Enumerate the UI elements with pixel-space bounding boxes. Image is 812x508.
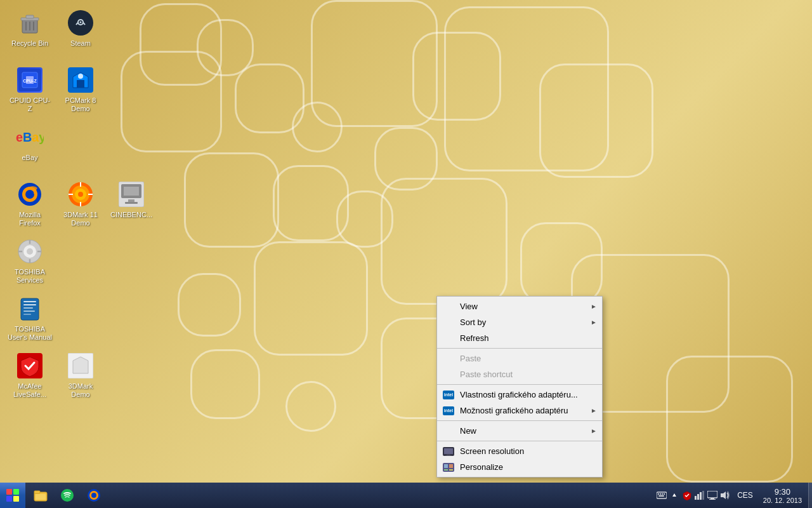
svg-rect-71	[702, 491, 704, 500]
taskbar-firefox[interactable]	[81, 483, 107, 507]
svg-rect-2	[26, 15, 34, 18]
svg-rect-51	[449, 464, 453, 468]
svg-rect-46	[444, 448, 453, 454]
svg-rect-64	[662, 493, 663, 495]
taskbar-clock[interactable]: 9:30 20. 12. 2013	[757, 483, 808, 508]
taskbar-spotify[interactable]	[55, 483, 80, 507]
context-menu-intel-props[interactable]: intel Vlastnosti grafického adaptéru...	[437, 387, 602, 403]
context-menu-paste-label: Paste	[460, 354, 481, 363]
firefox-label: Mozilla Firefox	[8, 211, 52, 227]
firefox-icon	[16, 180, 44, 208]
tray-network-icon[interactable]	[694, 483, 705, 508]
context-menu-sort-label: Sort by	[460, 318, 486, 327]
desktop-icon-3dmark-demo[interactable]: 3DMark Demo	[56, 348, 105, 403]
svg-rect-66	[658, 495, 664, 497]
spotify-icon	[60, 488, 74, 502]
personalize-icon	[442, 461, 455, 474]
pcmark8-label: PCMark 8 Demo	[58, 97, 103, 113]
context-menu-view[interactable]: View ►	[437, 298, 602, 314]
desktop-icon-toshiba-manual[interactable]: TOSHIBA User's Manual	[5, 291, 55, 345]
bg-decoration	[285, 381, 336, 432]
desktop-icons-container: Recycle Bin Steam	[0, 0, 190, 464]
svg-rect-31	[124, 187, 139, 196]
mcafee-label: McAfee LiveSafe...	[8, 382, 52, 399]
svg-rect-56	[36, 494, 46, 500]
steam-icon	[67, 9, 95, 37]
context-menu-intel-opts-label: Možnosti grafického adaptéru	[460, 406, 568, 415]
desktop-icon-3dmark11[interactable]: 3DMark 11 Demo	[56, 177, 105, 231]
language-indicator[interactable]: CES	[733, 483, 757, 508]
desktop: Recycle Bin Steam	[0, 0, 812, 508]
desktop-icon-cpuid[interactable]: CPU-Z CPUID CPU-Z	[5, 62, 55, 117]
taskbar-pinned-icons	[28, 483, 107, 508]
tray-keyboard-icon[interactable]	[656, 483, 667, 508]
windows-logo-icon	[6, 489, 19, 502]
recycle-bin-label: Recycle Bin	[11, 39, 48, 48]
file-explorer-icon	[34, 488, 48, 502]
svg-rect-52	[444, 469, 448, 471]
context-menu-personalize[interactable]: Personalize	[437, 459, 602, 475]
desktop-icon-pcmark8[interactable]: PCMark 8 Demo	[56, 62, 105, 117]
start-button[interactable]	[0, 483, 25, 508]
desktop-icon-ebay[interactable]: eBay eBay	[5, 119, 55, 166]
toshiba-services-icon	[16, 237, 44, 265]
svg-point-20	[25, 190, 34, 199]
svg-point-9	[80, 22, 82, 23]
context-menu-refresh[interactable]: Refresh	[437, 330, 602, 346]
context-menu-screen-res-label: Screen resolution	[460, 446, 524, 456]
svg-rect-69	[697, 494, 699, 500]
svg-rect-65	[664, 493, 665, 495]
desktop-icon-cinebench[interactable]: CINEBENC...	[107, 177, 156, 223]
desktop-icon-mcafee[interactable]: McAfee LiveSafe...	[5, 348, 55, 403]
svg-rect-62	[658, 493, 659, 495]
tray-expand-icon[interactable]	[669, 483, 680, 508]
svg-rect-50	[444, 464, 448, 468]
tray-volume-icon[interactable]	[719, 483, 731, 508]
context-menu-intel-opts[interactable]: intel Možnosti grafického adaptéru ►	[437, 403, 602, 418]
context-menu-sort-by[interactable]: Sort by ►	[437, 314, 602, 330]
taskbar-file-explorer[interactable]	[28, 483, 53, 507]
desktop-icon-recycle-bin[interactable]: Recycle Bin	[5, 5, 55, 51]
desktop-icon-steam[interactable]: Steam	[56, 5, 105, 51]
tray-display-icon[interactable]	[707, 483, 718, 508]
svg-rect-41	[23, 311, 35, 312]
desktop-icon-firefox[interactable]: Mozilla Firefox	[5, 177, 55, 231]
svg-rect-70	[700, 492, 702, 500]
svg-rect-42	[23, 314, 31, 315]
context-separator-2	[437, 384, 602, 385]
context-menu-new-label: New	[460, 426, 476, 436]
context-menu-personalize-label: Personalize	[460, 462, 503, 472]
svg-rect-73	[710, 498, 714, 499]
svg-marker-67	[672, 493, 676, 497]
clock-time: 9:30	[775, 487, 790, 497]
context-menu-paste-shortcut[interactable]: Paste shortcut	[437, 366, 602, 382]
svg-rect-72	[707, 491, 717, 498]
context-menu-screen-resolution[interactable]: Screen resolution	[437, 443, 602, 459]
intel-icon-1: intel	[442, 389, 455, 401]
mcafee-icon	[16, 352, 44, 380]
pcmark8-icon	[67, 66, 95, 94]
context-separator-4	[437, 441, 602, 441]
context-menu-new[interactable]: New ►	[437, 423, 602, 439]
svg-rect-15	[77, 80, 84, 88]
language-label: CES	[737, 491, 753, 500]
svg-rect-74	[709, 499, 716, 500]
tray-antivirus-icon[interactable]	[681, 483, 693, 508]
svg-rect-48	[445, 455, 452, 456]
sort-arrow-icon: ►	[591, 319, 597, 326]
steam-label: Steam	[70, 39, 91, 48]
context-menu-refresh-label: Refresh	[460, 333, 489, 343]
svg-point-36	[27, 248, 33, 255]
3dmark11-icon	[67, 180, 95, 208]
svg-text:CPU-Z: CPU-Z	[23, 79, 37, 83]
show-desktop-button[interactable]	[808, 483, 812, 508]
context-menu: View ► Sort by ► Refresh Paste Paste sho…	[436, 296, 603, 478]
screen-resolution-icon	[442, 445, 455, 458]
svg-text:eBay: eBay	[16, 130, 44, 144]
context-menu-paste[interactable]: Paste	[437, 351, 602, 366]
svg-rect-32	[128, 199, 134, 202]
3dmark11-label: 3DMark 11 Demo	[58, 211, 103, 227]
clock-date: 20. 12. 2013	[763, 497, 802, 504]
taskbar-firefox-icon	[87, 488, 101, 502]
desktop-icon-toshiba-services[interactable]: TOSHIBA Services	[5, 234, 55, 288]
